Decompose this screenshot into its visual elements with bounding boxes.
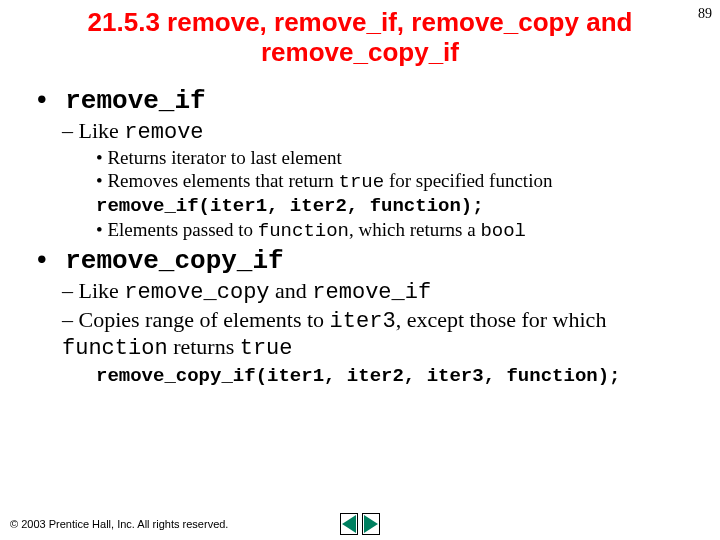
sublist: Like remove Returns iterator to last ele…: [34, 118, 686, 242]
next-button[interactable]: [362, 513, 380, 535]
detail-removes-true: Removes elements that return true for sp…: [96, 170, 686, 193]
section-remove-copy-if: remove_copy_if Like remove_copy and remo…: [34, 246, 686, 387]
text: for specified function: [384, 170, 552, 191]
slide-body: 21.5.3 remove, remove_if, remove_copy an…: [0, 0, 720, 387]
bullet-list-level1: remove_if Like remove Returns iterator t…: [34, 86, 686, 387]
code-remove-copy-if: remove_copy_if(iter1, iter2, iter3, func…: [34, 365, 686, 387]
text: Copies range of elements to: [79, 307, 330, 332]
mono-text: true: [339, 171, 385, 193]
sub-like-remove-copy: Like remove_copy and remove_if: [62, 278, 686, 305]
triangle-left-icon: [342, 515, 356, 533]
mono-text: iter3: [330, 309, 396, 334]
prev-button[interactable]: [340, 513, 358, 535]
heading-remove-copy-if: remove_copy_if: [34, 246, 284, 276]
text: Elements passed to: [107, 219, 257, 240]
mono-text: remove: [124, 120, 203, 145]
page-number: 89: [698, 6, 712, 22]
text: , which returns a: [349, 219, 480, 240]
detail-returns-iterator: Returns iterator to last element: [96, 147, 686, 169]
text: Like: [79, 118, 125, 143]
code-remove-if: remove_if(iter1, iter2, function);: [62, 195, 686, 217]
section-remove-if: remove_if Like remove Returns iterator t…: [34, 86, 686, 242]
text: returns: [168, 334, 240, 359]
mono-text: function: [258, 220, 349, 242]
text: , except those for which: [396, 307, 607, 332]
mono-text: bool: [480, 220, 526, 242]
mono-text: remove_copy: [124, 280, 269, 305]
heading-remove-if: remove_if: [34, 86, 206, 116]
text: Removes elements that return: [107, 170, 338, 191]
text: Like: [79, 278, 125, 303]
slide-title: 21.5.3 remove, remove_if, remove_copy an…: [34, 8, 686, 68]
triangle-right-icon: [364, 515, 378, 533]
detail-elements-passed: Elements passed to function, which retur…: [96, 219, 686, 242]
detail-list: Returns iterator to last element Removes…: [62, 147, 686, 193]
sublist: Like remove_copy and remove_if Copies ra…: [34, 278, 686, 361]
footer: © 2003 Prentice Hall, Inc. All rights re…: [10, 518, 710, 530]
dash-bullet: [62, 118, 79, 143]
mono-text: true: [240, 336, 293, 361]
detail-list: Elements passed to function, which retur…: [62, 219, 686, 242]
sub-copies-range: Copies range of elements to iter3, excep…: [62, 307, 686, 361]
nav-buttons: [340, 513, 380, 535]
text: and: [270, 278, 313, 303]
mono-text: remove_if: [312, 280, 431, 305]
copyright-text: © 2003 Prentice Hall, Inc. All rights re…: [10, 518, 228, 530]
sub-like-remove: Like remove Returns iterator to last ele…: [62, 118, 686, 242]
mono-text: function: [62, 336, 168, 361]
